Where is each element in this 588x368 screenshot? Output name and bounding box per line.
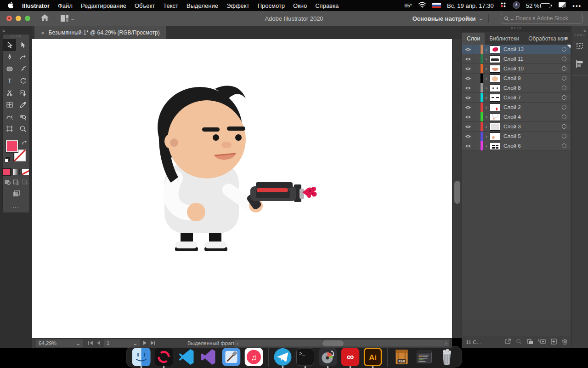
lock-column[interactable] — [474, 103, 481, 112]
target-circle[interactable] — [557, 122, 571, 131]
target-circle[interactable] — [557, 132, 571, 141]
creative-cloud-dock-icon[interactable]: ∞ — [341, 348, 360, 368]
apple-icon[interactable] — [7, 1, 14, 10]
first-artboard-button[interactable] — [88, 340, 93, 346]
target-circle[interactable] — [557, 83, 571, 92]
gun[interactable] — [246, 182, 304, 211]
paintbrush-tool[interactable] — [16, 63, 29, 75]
screen-mirroring-icon[interactable] — [558, 2, 566, 10]
layer-row[interactable]: › Слой 2 — [462, 103, 571, 112]
zoom-window-button[interactable] — [25, 16, 30, 21]
menu-file[interactable]: Файл — [58, 2, 73, 9]
layer-row[interactable]: › Слой 4 — [462, 112, 571, 122]
visibility-eye-icon[interactable] — [462, 83, 474, 92]
panel-menu-icon[interactable]: ≡ — [564, 35, 568, 42]
layer-row[interactable]: › Слой 13 — [462, 45, 571, 54]
menu-help[interactable]: Справка — [315, 2, 339, 9]
gun-muzzle[interactable] — [300, 189, 304, 199]
expand-chevron[interactable]: › — [483, 75, 490, 81]
target-circle[interactable] — [557, 141, 571, 150]
text-document-dock-icon[interactable] — [415, 348, 434, 368]
align-panel-icon[interactable] — [575, 60, 584, 70]
draw-inside-icon[interactable] — [22, 179, 28, 185]
zoom-tool[interactable] — [16, 123, 29, 135]
tab-layers[interactable]: Слои — [462, 33, 485, 45]
delete-layer-icon[interactable] — [562, 339, 567, 345]
layer-row[interactable]: › Слой 11 — [462, 54, 571, 64]
lock-column[interactable] — [474, 93, 481, 102]
keyboard-layout-flag-ru[interactable] — [432, 3, 441, 8]
document-tab[interactable]: × Безымянный-1* @ 64,29% (RGB/Просмотр) — [34, 26, 166, 39]
lock-column[interactable] — [474, 122, 481, 131]
layer-name[interactable]: Слой 6 — [503, 143, 557, 149]
character-shoe-left[interactable] — [175, 242, 197, 248]
expand-chevron[interactable]: › — [483, 124, 490, 129]
target-circle[interactable] — [557, 45, 571, 54]
layer-name[interactable]: Слой 10 — [503, 66, 557, 71]
expand-chevron[interactable]: › — [483, 46, 490, 52]
direct-selection-tool[interactable] — [16, 39, 29, 51]
illustrator-dock-icon[interactable]: Ai — [364, 348, 382, 368]
blend-tool[interactable] — [16, 111, 29, 123]
character-nose[interactable] — [221, 142, 232, 148]
music-dock-icon[interactable]: ♫ — [245, 348, 263, 368]
lock-column[interactable] — [474, 45, 481, 54]
temperature-status[interactable]: 65° — [404, 3, 412, 8]
canvas-artwork[interactable] — [32, 39, 452, 338]
layer-name[interactable]: Слой 13 — [503, 46, 557, 52]
visibility-eye-icon[interactable] — [462, 93, 474, 102]
rar-archive-dock-icon[interactable]: RAR — [393, 348, 411, 368]
terminal-dock-icon[interactable]: >_ — [296, 348, 315, 368]
panel-grip[interactable]: ⠿⠿⠿⠿ — [571, 33, 588, 38]
edit-toolbar-button[interactable]: ... — [3, 203, 29, 209]
paint-splash[interactable] — [302, 187, 317, 198]
character-eye-right[interactable] — [235, 134, 242, 141]
xcode-dock-icon[interactable] — [222, 348, 241, 368]
target-circle[interactable] — [557, 93, 571, 102]
lock-column[interactable] — [474, 54, 481, 63]
visibility-eye-icon[interactable] — [462, 122, 474, 131]
type-tool[interactable]: T — [3, 75, 16, 87]
daisydisk-dock-icon[interactable] — [319, 348, 337, 368]
character-hand-left[interactable] — [187, 203, 205, 221]
home-icon[interactable] — [40, 14, 49, 23]
swap-fill-stroke-icon[interactable] — [22, 139, 28, 148]
lock-column[interactable] — [474, 112, 481, 121]
expand-chevron[interactable]: › — [483, 56, 490, 62]
layer-row[interactable]: › Слой 9 — [462, 74, 571, 83]
selection-tool[interactable] — [3, 39, 16, 51]
workspace-switcher[interactable]: Основные настройки ⌄ — [413, 15, 483, 22]
opera-gx-dock-icon[interactable] — [155, 348, 173, 368]
mesh-tool[interactable] — [3, 99, 16, 111]
layer-name[interactable]: Слой 7 — [503, 95, 557, 100]
arrange-documents-button[interactable]: ⌄ — [61, 15, 74, 22]
gradient-button[interactable] — [12, 169, 20, 175]
target-circle[interactable] — [557, 112, 571, 121]
layer-row[interactable]: › Слой 6 — [462, 141, 571, 151]
minimize-window-button[interactable] — [16, 16, 21, 21]
close-window-button[interactable] — [6, 16, 12, 21]
expand-chevron[interactable]: › — [483, 143, 490, 149]
expand-chevron[interactable]: › — [483, 104, 490, 110]
layer-name[interactable]: Слой 11 — [503, 56, 557, 62]
visibility-eye-icon[interactable] — [462, 141, 474, 150]
search-input[interactable] — [515, 15, 575, 22]
scissors-tool[interactable] — [3, 87, 16, 99]
finder-dock-icon[interactable] — [132, 348, 151, 368]
shape-builder-tool[interactable] — [16, 87, 29, 99]
collect-for-export-icon[interactable] — [505, 339, 511, 345]
color-button[interactable] — [3, 169, 11, 175]
layer-row[interactable]: › Слой 5 — [462, 132, 571, 141]
pen-tool[interactable] — [3, 51, 16, 63]
ellipse-tool[interactable] — [3, 63, 16, 75]
fill-swatch[interactable] — [6, 140, 18, 152]
vscode-dock-icon[interactable] — [177, 348, 196, 368]
menu-edit[interactable]: Редактирование — [81, 2, 126, 9]
menu-effect[interactable]: Эффект — [226, 2, 249, 9]
default-swatches-icon[interactable] — [5, 156, 10, 164]
layer-name[interactable]: Слой 5 — [503, 133, 557, 139]
visibility-eye-icon[interactable] — [462, 54, 474, 63]
layer-name[interactable]: Слой 2 — [503, 104, 557, 110]
menu-window[interactable]: Окно — [293, 2, 307, 9]
symbol-sprayer-tool[interactable] — [3, 111, 16, 123]
